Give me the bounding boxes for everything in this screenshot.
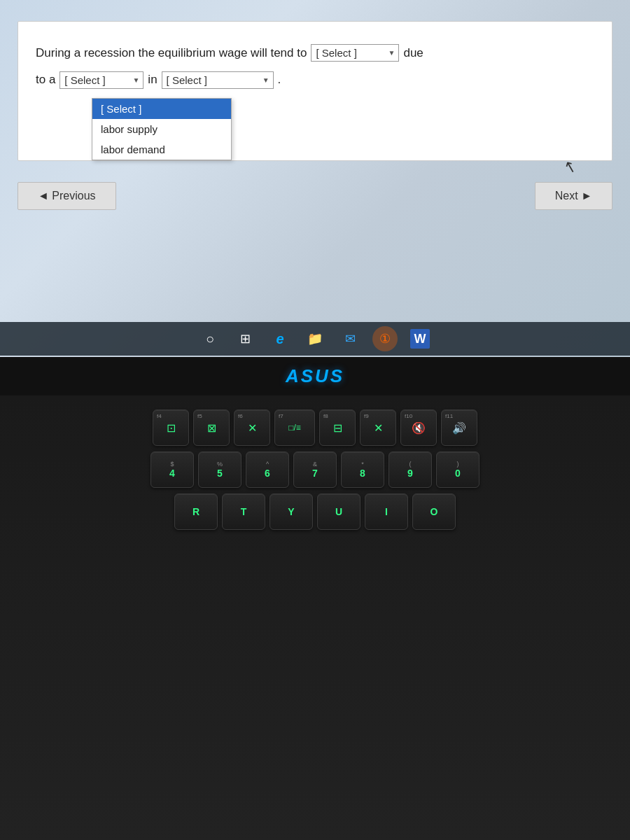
dropdown-item-select[interactable]: [ Select ] [92,99,231,119]
key-9[interactable]: ( 9 [388,451,432,488]
number-key-row: $ 4 % 5 ^ 6 & 7 * 8 ( 9 ) 0 [150,451,479,488]
key-t[interactable]: T [222,493,265,530]
dropdown-item-labor-demand[interactable]: labor demand [92,139,231,160]
previous-button[interactable]: ◄ Previous [18,182,116,210]
taskbar-grid[interactable]: ⊞ [232,326,258,351]
key-5[interactable]: % 5 [198,451,241,488]
select3-wrapper[interactable]: [ Select ] labor supply labor demand [162,71,274,89]
key-f7[interactable]: f7 □/≡ [274,410,315,446]
taskbar: ○ ⊞ e 📁 ✉ ① W [0,322,630,356]
question-text-part1: During a recession the equilibrium wage … [36,43,307,64]
key-f9[interactable]: f9 ✕ [360,410,396,446]
dropdown-menu[interactable]: [ Select ] labor supply labor demand [92,98,232,160]
key-0[interactable]: ) 0 [436,451,479,488]
to-a-text: to a [36,73,55,87]
fn-key-row: f4 ⊡ f5 ⊠ f6 ✕ f7 □/≡ f8 ⊟ f9 ✕ f10 🔇 f1… [153,410,477,446]
taskbar-notifications[interactable]: ① [372,326,398,351]
key-8[interactable]: * 8 [341,451,384,488]
select1-wrapper[interactable]: [ Select ] fall rise stay the same [311,43,399,64]
select2-dropdown[interactable]: [ Select ] decrease increase [59,71,144,89]
select1-dropdown[interactable]: [ Select ] fall rise stay the same [311,44,399,62]
asus-brand: ASUS [0,357,630,396]
select2-wrapper[interactable]: [ Select ] decrease increase [59,71,144,89]
letter-key-row: R T Y U I O [174,493,456,530]
period: . [278,73,281,87]
due-text: due [403,43,423,64]
dropdown-item-labor-supply[interactable]: labor supply [92,119,231,139]
asus-logo-text: ASUS [286,365,344,387]
key-y[interactable]: Y [270,493,313,530]
key-f5[interactable]: f5 ⊠ [193,410,230,446]
navigation-bar: ◄ Previous Next ► [18,175,612,217]
key-i[interactable]: I [365,493,408,530]
key-u[interactable]: U [317,493,360,530]
taskbar-edge[interactable]: e [267,326,293,351]
key-7[interactable]: & 7 [293,451,337,488]
key-f8[interactable]: f8 ⊟ [319,410,356,446]
next-button[interactable]: Next ► [535,182,612,210]
key-f4[interactable]: f4 ⊡ [153,410,189,446]
taskbar-files[interactable]: 📁 [302,326,328,351]
screen: During a recession the equilibrium wage … [0,0,630,364]
taskbar-search[interactable]: ○ [197,326,223,351]
key-6[interactable]: ^ 6 [246,451,289,488]
select3-dropdown[interactable]: [ Select ] labor supply labor demand [162,71,274,89]
question-line-2: to a [ Select ] decrease increase in [ S… [36,71,594,89]
taskbar-mail[interactable]: ✉ [337,326,363,351]
keyboard-area: f4 ⊡ f5 ⊠ f6 ✕ f7 □/≡ f8 ⊟ f9 ✕ f10 🔇 f1… [0,396,630,840]
key-f10[interactable]: f10 🔇 [400,410,437,446]
key-f6[interactable]: f6 ✕ [234,410,270,446]
key-o[interactable]: O [412,493,456,530]
key-4[interactable]: $ 4 [150,451,194,488]
key-f11[interactable]: f11 🔊 [441,410,477,446]
question-line-1: During a recession the equilibrium wage … [36,43,594,64]
in-text: in [148,73,157,87]
quiz-container: During a recession the equilibrium wage … [18,21,612,161]
key-r[interactable]: R [174,493,218,530]
taskbar-word[interactable]: W [407,326,433,351]
